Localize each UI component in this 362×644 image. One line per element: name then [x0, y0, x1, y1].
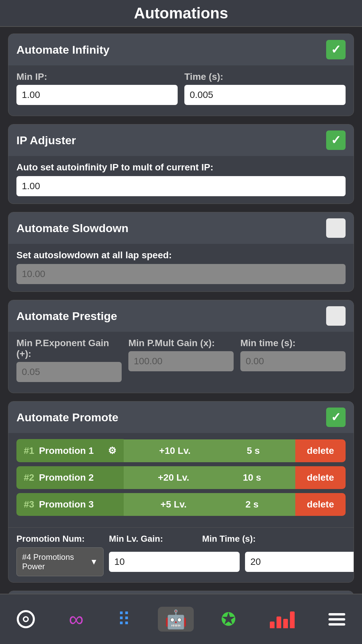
- promo-add-section: Promotion Num: Min Lv. Gain: Min Time (s…: [8, 527, 354, 582]
- automate-prestige-header: Automate Prestige: [8, 300, 354, 332]
- nav-item-robot[interactable]: 🤖: [158, 607, 194, 632]
- promotion-1-mid: +10 Lv. 5 s: [124, 439, 295, 462]
- robot-icon: 🤖: [165, 610, 187, 628]
- automate-infinity-body: Min IP: Time (s):: [8, 65, 354, 116]
- promotion-3-label[interactable]: #3 Promotion 3: [16, 493, 124, 516]
- prestige-time-input: [240, 351, 346, 371]
- automate-prestige-card: Automate Prestige Min P.Exponent Gain (+…: [8, 300, 354, 393]
- promotion-3-gain: +5 Lv.: [161, 499, 187, 510]
- ip-adjuster-card: IP Adjuster ✓ Auto set autoinfinity IP t…: [8, 124, 354, 204]
- promo-add-labels: Promotion Num: Min Lv. Gain: Min Time (s…: [16, 534, 346, 544]
- gear-icon-1[interactable]: ⚙: [108, 445, 116, 456]
- prestige-time-group: Min time (s):: [240, 338, 346, 382]
- min-ip-input[interactable]: [16, 85, 178, 105]
- automate-promote-checkbox[interactable]: ✓: [326, 408, 346, 427]
- promo-add-inputs: #4 Promotions Power ▼ Add: [16, 547, 346, 576]
- ip-adjuster-title: IP Adjuster: [16, 134, 76, 147]
- promotion-1-time: 5 s: [247, 445, 260, 456]
- promotion-row-3: #3 Promotion 3 +5 Lv. 2 s delete: [16, 493, 346, 516]
- ip-adjuster-header: IP Adjuster ✓: [8, 124, 354, 156]
- nav-item-dots[interactable]: ⠿: [111, 607, 137, 632]
- promotion-3-time: 2 s: [245, 499, 258, 510]
- menu-icon: [328, 613, 345, 626]
- header: Automations: [0, 0, 362, 27]
- ip-adjuster-body: Auto set autoinfinity IP to mult of curr…: [8, 156, 354, 204]
- automate-promote-body: #1 Promotion 1 ⚙ +10 Lv. 5 s delete #2 P…: [8, 433, 354, 527]
- prestige-mult-input: [128, 351, 234, 371]
- automate-prestige-title: Automate Prestige: [16, 310, 117, 323]
- promotion-3-name: Promotion 3: [39, 499, 94, 510]
- promotion-row-1: #1 Promotion 1 ⚙ +10 Lv. 5 s delete: [16, 439, 346, 462]
- page-title: Automations: [134, 4, 228, 22]
- dots-icon: ⠿: [117, 610, 131, 628]
- promotion-2-name: Promotion 2: [39, 472, 94, 483]
- chart-icon: [270, 610, 295, 628]
- nav-item-target[interactable]: [10, 607, 42, 632]
- automate-slowdown-title: Automate Slowdown: [16, 222, 128, 235]
- promo-num-select[interactable]: #4 Promotions Power ▼: [16, 547, 104, 576]
- promo-num-value: #4 Promotions Power: [22, 552, 90, 571]
- target-icon: [17, 610, 35, 628]
- promotion-1-label[interactable]: #1 Promotion 1 ⚙: [16, 439, 124, 462]
- automate-slowdown-card: Automate Slowdown Set autoslowdown at al…: [8, 212, 354, 292]
- automate-slowdown-body: Set autoslowdown at all lap speed:: [8, 244, 354, 291]
- time-label: Time (s):: [184, 71, 346, 82]
- automate-infinity-card: Automate Infinity ✓ Min IP: Time (s):: [8, 34, 354, 116]
- ip-adjuster-input[interactable]: [16, 176, 346, 196]
- automate-slowdown-checkbox[interactable]: [326, 218, 346, 238]
- bottom-nav: ∞ ⠿ 🤖 ✪: [0, 594, 362, 644]
- promo-num-label: Promotion Num:: [16, 534, 104, 544]
- automate-slowdown-input: [16, 264, 346, 284]
- promotion-2-time: 10 s: [243, 472, 261, 483]
- nav-item-star[interactable]: ✪: [214, 607, 243, 632]
- prestige-fields: Min P.Exponent Gain (+): Min P.Mult Gain…: [16, 338, 346, 382]
- automate-infinity-title: Automate Infinity: [16, 43, 110, 56]
- promotion-1-delete[interactable]: delete: [295, 439, 346, 462]
- promotion-1-gain: +10 Lv.: [159, 445, 191, 456]
- infinity-icon: ∞: [69, 609, 83, 630]
- nav-item-menu[interactable]: [322, 610, 352, 629]
- ip-adjuster-checkbox[interactable]: ✓: [326, 130, 346, 150]
- promotion-2-gain: +20 Lv.: [158, 472, 189, 483]
- min-lv-label: Min Lv. Gain:: [109, 534, 197, 544]
- automate-prestige-checkbox[interactable]: [326, 306, 346, 326]
- automate-slowdown-desc: Set autoslowdown at all lap speed:: [16, 250, 346, 261]
- star-icon: ✪: [221, 610, 236, 628]
- nav-item-infinity[interactable]: ∞: [62, 605, 90, 633]
- automate-slowdown-header: Automate Slowdown: [8, 212, 354, 244]
- ip-adjuster-desc: Auto set autoinfinity IP to mult of curr…: [16, 162, 346, 173]
- automate-infinity-fields: Min IP: Time (s):: [16, 71, 346, 105]
- chevron-down-icon: ▼: [90, 557, 98, 567]
- automate-prestige-body: Min P.Exponent Gain (+): Min P.Mult Gain…: [8, 332, 354, 393]
- prestige-exponent-input: [16, 362, 122, 382]
- min-ip-label: Min IP:: [16, 71, 178, 82]
- promotion-3-mid: +5 Lv. 2 s: [124, 493, 295, 516]
- promotion-1-name: Promotion 1: [39, 445, 94, 456]
- promotion-2-delete[interactable]: delete: [295, 466, 346, 489]
- promotion-row-2: #2 Promotion 2 +20 Lv. 10 s delete: [16, 466, 346, 489]
- min-time-input[interactable]: [245, 552, 354, 572]
- time-input[interactable]: [184, 85, 346, 105]
- min-ip-group: Min IP:: [16, 71, 178, 105]
- nav-item-chart[interactable]: [263, 607, 301, 632]
- main-content: Automate Infinity ✓ Min IP: Time (s): IP…: [0, 27, 362, 644]
- automate-promote-title: Automate Promote: [16, 411, 118, 424]
- automate-infinity-checkbox[interactable]: ✓: [326, 40, 346, 59]
- automate-infinity-header: Automate Infinity ✓: [8, 34, 354, 65]
- prestige-exponent-group: Min P.Exponent Gain (+):: [16, 338, 122, 382]
- automate-promote-card: Automate Promote ✓ #1 Promotion 1 ⚙ +10 …: [8, 401, 354, 583]
- promotion-2-mid: +20 Lv. 10 s: [124, 466, 295, 489]
- time-group: Time (s):: [184, 71, 346, 105]
- min-lv-input[interactable]: [109, 552, 240, 572]
- prestige-time-label: Min time (s):: [240, 338, 346, 348]
- prestige-mult-label: Min P.Mult Gain (x):: [128, 338, 234, 348]
- automate-promote-header: Automate Promote ✓: [8, 401, 354, 433]
- prestige-exponent-label: Min P.Exponent Gain (+):: [16, 338, 122, 359]
- min-time-label: Min Time (s):: [202, 534, 290, 544]
- promotion-2-label[interactable]: #2 Promotion 2: [16, 466, 124, 489]
- promotion-3-delete[interactable]: delete: [295, 493, 346, 516]
- prestige-mult-group: Min P.Mult Gain (x):: [128, 338, 234, 382]
